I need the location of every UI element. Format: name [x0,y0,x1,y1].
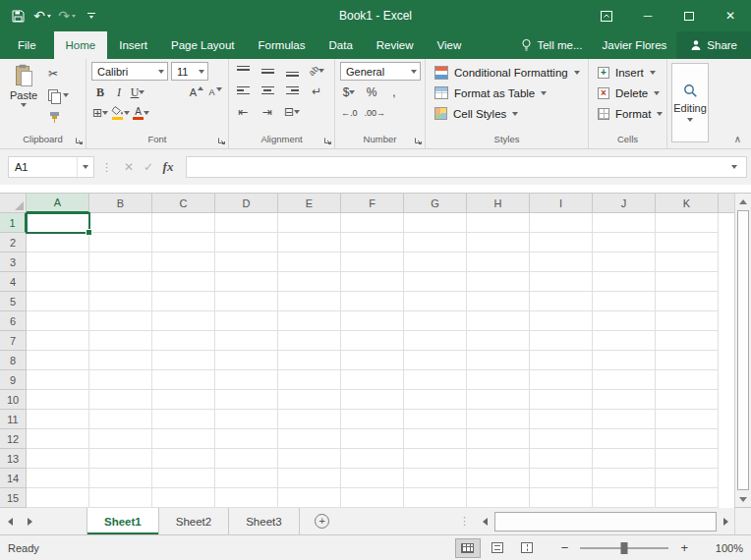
decrease-decimal-button[interactable]: .00→ [364,104,387,122]
editing-group-button[interactable]: Editing [671,63,709,142]
collapse-ribbon-button[interactable]: ∧ [734,134,741,144]
cell-D2[interactable] [215,233,278,252]
row-header-8[interactable]: 8 [0,351,27,370]
column-header-I[interactable]: I [530,194,593,213]
cell-K6[interactable] [656,311,719,331]
cell-D3[interactable] [215,252,278,272]
cell-B2[interactable] [89,233,152,252]
insert-cells-button[interactable]: + Insert [593,62,663,83]
cell-A3[interactable] [27,252,89,272]
cell-J14[interactable] [593,469,656,488]
cell-J9[interactable] [593,370,656,390]
cell-I1[interactable] [530,213,593,233]
cell-I15[interactable] [530,488,593,508]
cell-A15[interactable] [27,488,89,508]
cell-B6[interactable] [89,311,152,331]
zoom-slider[interactable] [580,547,668,549]
borders-button[interactable]: ⊞ [91,104,109,122]
redo-button[interactable]: ↷ [55,4,79,28]
cell-I4[interactable] [530,272,593,292]
font-dialog-launcher[interactable] [216,136,226,145]
row-header-10[interactable]: 10 [0,390,27,410]
cell-J3[interactable] [593,252,656,272]
format-cells-button[interactable]: Format [593,103,663,124]
cell-I11[interactable] [530,410,593,429]
cell-K14[interactable] [656,469,719,488]
cell-C13[interactable] [152,449,215,469]
format-as-table-button[interactable]: Format as Table [430,83,584,103]
row-header-3[interactable]: 3 [0,252,27,272]
cell-J5[interactable] [593,292,656,311]
cell-I12[interactable] [530,429,593,449]
insert-function-button[interactable]: fx [158,156,178,178]
name-box[interactable]: A1 [8,156,94,178]
cell-D1[interactable] [215,213,278,233]
cell-I13[interactable] [530,449,593,469]
cell-B10[interactable] [89,390,152,410]
column-header-G[interactable]: G [404,194,467,213]
cell-I2[interactable] [530,233,593,252]
normal-view-button[interactable] [455,538,481,558]
close-button[interactable]: ✕ [710,0,751,31]
undo-button[interactable]: ↶ [30,4,54,28]
cell-G12[interactable] [404,429,467,449]
cell-A5[interactable] [27,292,89,311]
font-name-select[interactable]: Calibri [91,62,168,81]
cell-A11[interactable] [27,410,89,429]
cell-C10[interactable] [152,390,215,410]
cell-G11[interactable] [404,410,467,429]
zoom-level[interactable]: 100% [704,542,743,554]
cell-K1[interactable] [656,213,719,233]
cell-E1[interactable] [278,213,341,233]
cell-G15[interactable] [404,488,467,508]
cell-H6[interactable] [467,311,530,331]
next-sheet-button[interactable] [20,508,39,534]
cell-H3[interactable] [467,252,530,272]
cell-H2[interactable] [467,233,530,252]
tab-file[interactable]: File [0,31,54,59]
cell-C5[interactable] [152,292,215,311]
cell-G1[interactable] [404,213,467,233]
tab-page-layout[interactable]: Page Layout [159,31,247,59]
row-header-7[interactable]: 7 [0,331,27,351]
cell-B7[interactable] [89,331,152,351]
cell-J13[interactable] [593,449,656,469]
tell-me-box[interactable]: Tell me... [511,31,592,59]
cell-C7[interactable] [152,331,215,351]
cell-E14[interactable] [278,469,341,488]
cell-H7[interactable] [467,331,530,351]
save-button[interactable] [6,4,29,28]
cell-D10[interactable] [215,390,278,410]
cell-F4[interactable] [341,272,404,292]
increase-decimal-button[interactable]: ←.0 [340,104,359,122]
cell-C14[interactable] [152,469,215,488]
cell-G10[interactable] [404,390,467,410]
tab-data[interactable]: Data [318,31,365,59]
cell-B14[interactable] [89,469,152,488]
new-sheet-button[interactable]: + [310,508,335,534]
cell-K7[interactable] [656,331,719,351]
cell-H9[interactable] [467,370,530,390]
cell-C2[interactable] [152,233,215,252]
cell-F9[interactable] [341,370,404,390]
cell-E6[interactable] [278,311,341,331]
cell-K11[interactable] [656,410,719,429]
percent-style-button[interactable]: % [363,84,380,101]
cell-D9[interactable] [215,370,278,390]
cell-F12[interactable] [341,429,404,449]
cell-A8[interactable] [27,351,89,370]
cell-E2[interactable] [278,233,341,252]
row-header-4[interactable]: 4 [0,272,27,292]
cell-C4[interactable] [152,272,215,292]
cell-A9[interactable] [27,370,89,390]
cell-H15[interactable] [467,488,530,508]
cell-D13[interactable] [215,449,278,469]
cell-K15[interactable] [656,488,719,508]
paste-button[interactable]: Paste [4,62,43,133]
cell-E12[interactable] [278,429,341,449]
cell-G2[interactable] [404,233,467,252]
cell-G13[interactable] [404,449,467,469]
cell-H4[interactable] [467,272,530,292]
cell-A1[interactable] [27,213,89,233]
column-header-D[interactable]: D [215,194,278,213]
